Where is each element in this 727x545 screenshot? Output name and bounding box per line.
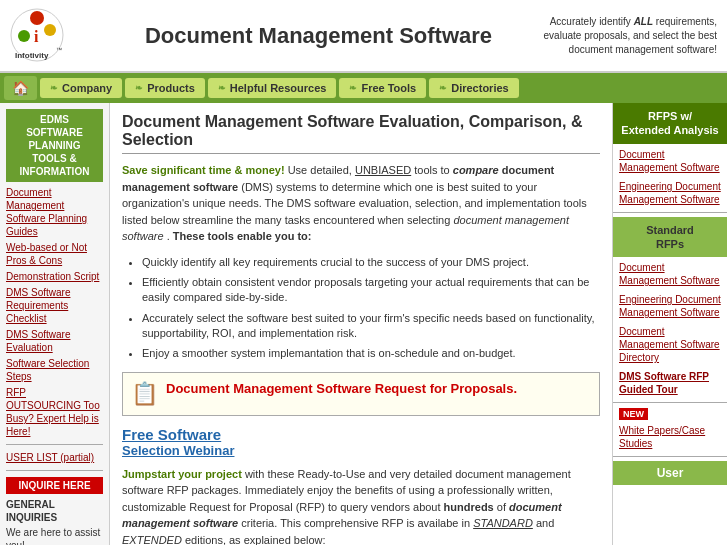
nav-products[interactable]: ❧ Products bbox=[125, 78, 205, 98]
svg-point-2 bbox=[18, 30, 30, 42]
right-link-directory[interactable]: Document Management Software Directory bbox=[613, 323, 727, 366]
jumpstart-text-2: of bbox=[497, 501, 509, 513]
right-box1-line1: RFPS w/ bbox=[648, 110, 692, 122]
header-tagline: Accurately identify ALL requirements, ev… bbox=[517, 15, 717, 57]
bullet-2: Efficiently obtain consistent vendor pro… bbox=[142, 275, 600, 306]
sidebar-section-title: EDMS SOFTWARE PLANNING TOOLS & INFORMATI… bbox=[6, 109, 103, 182]
page-header: i Infotivity ™ Document Management Softw… bbox=[0, 0, 727, 73]
right-link-dms-1[interactable]: Document Management Software bbox=[613, 146, 727, 176]
bullet-3: Accurately select the software best suit… bbox=[142, 311, 600, 342]
webinar-line1[interactable]: Free Software bbox=[122, 426, 600, 443]
nav-free-tools-label: Free Tools bbox=[361, 82, 416, 94]
main-layout: EDMS SOFTWARE PLANNING TOOLS & INFORMATI… bbox=[0, 103, 727, 545]
nav-helpful-resources[interactable]: ❧ Helpful Resources bbox=[208, 78, 337, 98]
sidebar-left: EDMS SOFTWARE PLANNING TOOLS & INFORMATI… bbox=[0, 103, 110, 545]
navigation-bar: 🏠 ❧ Company ❧ Products ❧ Helpful Resourc… bbox=[0, 73, 727, 103]
right-link-white-papers[interactable]: White Papers/Case Studies bbox=[613, 422, 727, 452]
bullet-4: Enjoy a smoother system implemantation t… bbox=[142, 346, 600, 361]
intro-paragraph: Save significant time & money! Use detai… bbox=[122, 162, 600, 245]
nav-home-button[interactable]: 🏠 bbox=[4, 76, 37, 100]
right-rfps-extended-button[interactable]: RFPS w/ Extended Analysis bbox=[613, 103, 727, 144]
right-link-eng-2[interactable]: Engineering Document Management Software bbox=[613, 291, 727, 321]
webinar-line2[interactable]: Selection Webinar bbox=[122, 443, 600, 458]
svg-text:™: ™ bbox=[56, 47, 62, 53]
sidebar-link-rfp-outsourcing[interactable]: RFP OUTSOURCING Too Busy? Expert Help is… bbox=[6, 386, 103, 438]
main-content: Document Management Software Evaluation,… bbox=[110, 103, 612, 545]
intro-compare: compare bbox=[453, 164, 499, 176]
nav-products-label: Products bbox=[147, 82, 195, 94]
sidebar-link-demo[interactable]: Demonstration Script bbox=[6, 270, 103, 283]
sidebar-general-text: We are here to assist you! bbox=[6, 526, 103, 545]
jumpstart-extended: EXTENDED bbox=[122, 534, 182, 545]
intro-text-1: Use detailed, bbox=[288, 164, 355, 176]
jumpstart-hundreds: hundreds bbox=[444, 501, 494, 513]
rfp-icon: 📋 bbox=[131, 381, 158, 407]
new-badge: NEW bbox=[619, 408, 648, 420]
nav-helpful-resources-label: Helpful Resources bbox=[230, 82, 327, 94]
chevron-icon: ❧ bbox=[135, 83, 143, 93]
nav-company-label: Company bbox=[62, 82, 112, 94]
sidebar-right: RFPS w/ Extended Analysis Document Manag… bbox=[612, 103, 727, 545]
jumpstart-text-4: and bbox=[536, 517, 554, 529]
right-user-button[interactable]: User bbox=[613, 461, 727, 485]
right-box2-line2: RFPs bbox=[656, 238, 684, 250]
logo-area: i Infotivity ™ bbox=[10, 8, 120, 63]
sidebar-link-evaluation[interactable]: DMS Software Evaluation bbox=[6, 328, 103, 354]
header-title: Document Management Software bbox=[120, 23, 517, 49]
highlight-save: Save significant time & money! bbox=[122, 164, 285, 176]
sidebar-link-user-list[interactable]: USER LIST (partial) bbox=[6, 451, 103, 464]
page-title: Document Management Software Evaluation,… bbox=[122, 113, 600, 154]
jumpstart-paragraph: Jumpstart your project with these Ready-… bbox=[122, 466, 600, 545]
rfp-box: 📋 Document Management Software Request f… bbox=[122, 372, 600, 416]
nav-directories[interactable]: ❧ Directories bbox=[429, 78, 518, 98]
sidebar-link-selection-steps[interactable]: Software Selection Steps bbox=[6, 357, 103, 383]
right-separator-1 bbox=[613, 212, 727, 213]
chevron-icon: ❧ bbox=[50, 83, 58, 93]
sidebar-link-planning-guides[interactable]: Document Management Software Planning Gu… bbox=[6, 186, 103, 238]
sidebar-separator-2 bbox=[6, 470, 103, 471]
rfp-text: Document Management Software Request for… bbox=[166, 381, 517, 396]
jumpstart-text-3: criteria. This comprehensive RFP is avai… bbox=[241, 517, 473, 529]
right-standard-rfps-button[interactable]: Standard RFPs bbox=[613, 217, 727, 258]
sidebar-separator bbox=[6, 444, 103, 445]
right-link-guided-tour[interactable]: DMS Software RFP Guided Tour bbox=[613, 368, 727, 398]
sidebar-inquire-title: INQUIRE HERE bbox=[6, 477, 103, 494]
nav-free-tools[interactable]: ❧ Free Tools bbox=[339, 78, 426, 98]
svg-text:i: i bbox=[34, 28, 39, 45]
webinar-box: Free Software Selection Webinar bbox=[122, 426, 600, 458]
rfp-title: Document Management Software Request for… bbox=[166, 381, 517, 396]
right-box2-line1: Standard bbox=[646, 224, 694, 236]
intro-text-5: . These tools enable you to: bbox=[167, 230, 312, 242]
right-link-eng-1[interactable]: Engineering Document Management Software bbox=[613, 178, 727, 208]
nav-company[interactable]: ❧ Company bbox=[40, 78, 122, 98]
chevron-icon: ❧ bbox=[439, 83, 447, 93]
sidebar-link-web-based[interactable]: Web-based or Not Pros & Cons bbox=[6, 241, 103, 267]
jumpstart-standard: STANDARD bbox=[473, 517, 533, 529]
chevron-icon: ❧ bbox=[349, 83, 357, 93]
intro-text-2: tools to bbox=[414, 164, 453, 176]
infotivity-logo: i Infotivity ™ bbox=[10, 8, 65, 63]
nav-directories-label: Directories bbox=[451, 82, 508, 94]
right-box1-line2: Extended Analysis bbox=[621, 124, 718, 136]
right-separator-3 bbox=[613, 456, 727, 457]
sidebar-general-inquiries-title: GENERAL INQUIRIES bbox=[6, 498, 103, 524]
intro-unbiased: UNBIASED bbox=[355, 164, 411, 176]
right-separator-2 bbox=[613, 402, 727, 403]
sidebar-link-requirements[interactable]: DMS Software Requirements Checklist bbox=[6, 286, 103, 325]
svg-text:Infotivity: Infotivity bbox=[15, 51, 49, 60]
svg-point-3 bbox=[44, 24, 56, 36]
jumpstart-highlight: Jumpstart your project bbox=[122, 468, 242, 480]
svg-point-1 bbox=[30, 11, 44, 25]
bullet-list: Quickly identify all key requirements cr… bbox=[142, 255, 600, 362]
jumpstart-text-5: editions, as explained below: bbox=[185, 534, 326, 545]
right-link-dms-2[interactable]: Document Management Software bbox=[613, 259, 727, 289]
bullet-1: Quickly identify all key requirements cr… bbox=[142, 255, 600, 270]
chevron-icon: ❧ bbox=[218, 83, 226, 93]
